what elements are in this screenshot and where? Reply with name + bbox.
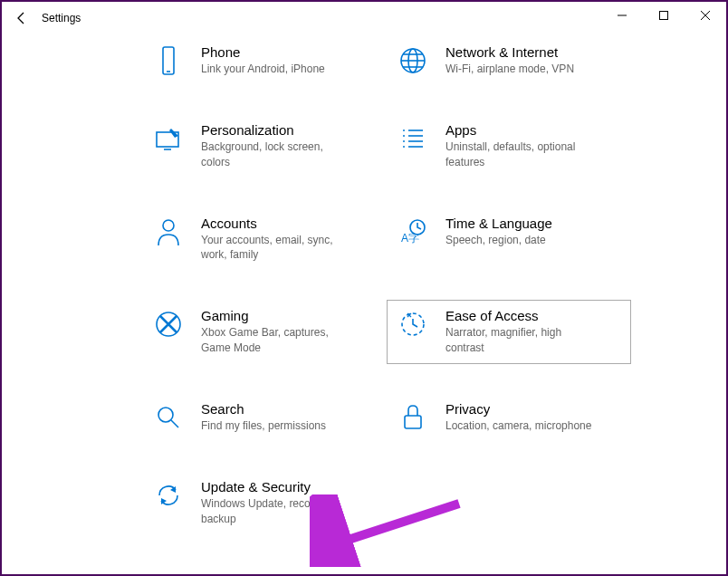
tile-title: Ease of Access [445, 308, 599, 323]
gaming-icon [152, 308, 185, 341]
tile-title: Personalization [201, 122, 355, 138]
tile-title: Apps [445, 122, 599, 138]
tile-subtitle: Xbox Game Bar, captures, Game Mode [201, 325, 355, 356]
tile-ease[interactable]: Ease of AccessNarrator, magnifier, high … [387, 300, 631, 364]
accounts-icon [152, 216, 185, 248]
apps-icon [397, 122, 429, 155]
network-icon [397, 44, 429, 77]
close-button[interactable] [685, 2, 726, 29]
svg-text:A字: A字 [401, 232, 419, 245]
privacy-icon [397, 401, 429, 434]
tile-title: Time & Language [445, 216, 552, 231]
window-title: Settings [42, 12, 81, 24]
tile-time[interactable]: A字Time & LanguageSpeech, region, date [387, 207, 631, 272]
tile-subtitle: Narrator, magnifier, high contrast [445, 325, 599, 356]
tile-subtitle: Uninstall, defaults, optional features [445, 139, 599, 170]
tile-accounts[interactable]: AccountsYour accounts, email, sync, work… [142, 207, 387, 272]
tile-subtitle: Background, lock screen, colors [201, 139, 355, 170]
update-icon [152, 479, 185, 512]
tile-subtitle: Find my files, permissions [201, 418, 326, 434]
tile-gaming[interactable]: GamingXbox Game Bar, captures, Game Mode [142, 300, 387, 364]
tile-privacy[interactable]: PrivacyLocation, camera, microphone [387, 393, 631, 442]
svg-point-19 [163, 220, 174, 231]
ease-icon [397, 308, 429, 341]
tile-personalization[interactable]: PersonalizationBackground, lock screen, … [142, 114, 387, 178]
tile-title: Search [201, 401, 326, 417]
tile-subtitle: Wi-Fi, airplane mode, VPN [445, 62, 574, 77]
tile-title: Accounts [201, 216, 355, 231]
tile-subtitle: Speech, region, date [445, 233, 552, 248]
search-icon [152, 401, 185, 434]
minimize-button[interactable] [601, 2, 643, 29]
phone-icon [152, 44, 185, 77]
tile-phone[interactable]: PhoneLink your Android, iPhone [142, 36, 387, 85]
tile-subtitle: Your accounts, email, sync, work, family [201, 233, 355, 264]
tile-title: Network & Internet [445, 44, 574, 60]
svg-rect-2 [163, 47, 174, 74]
tile-title: Phone [201, 44, 325, 60]
tile-subtitle: Location, camera, microphone [445, 418, 591, 434]
tile-search[interactable]: SearchFind my files, permissions [142, 393, 387, 442]
maximize-button[interactable] [643, 2, 685, 29]
tile-subtitle: Windows Update, recovery, backup [201, 496, 355, 527]
tile-subtitle: Link your Android, iPhone [201, 62, 325, 77]
personalization-icon [152, 122, 185, 155]
back-button[interactable] [9, 5, 34, 31]
tile-title: Privacy [445, 401, 591, 417]
tile-title: Update & Security [201, 479, 355, 494]
svg-line-25 [171, 420, 178, 427]
tile-update[interactable]: Update & SecurityWindows Update, recover… [142, 471, 387, 535]
time-icon: A字 [397, 216, 429, 248]
svg-rect-1 [660, 12, 668, 20]
tile-apps[interactable]: AppsUninstall, defaults, optional featur… [387, 114, 631, 178]
tile-title: Gaming [201, 308, 355, 323]
svg-rect-26 [405, 416, 421, 428]
tile-network[interactable]: Network & InternetWi-Fi, airplane mode, … [387, 36, 631, 85]
svg-point-24 [158, 408, 173, 422]
